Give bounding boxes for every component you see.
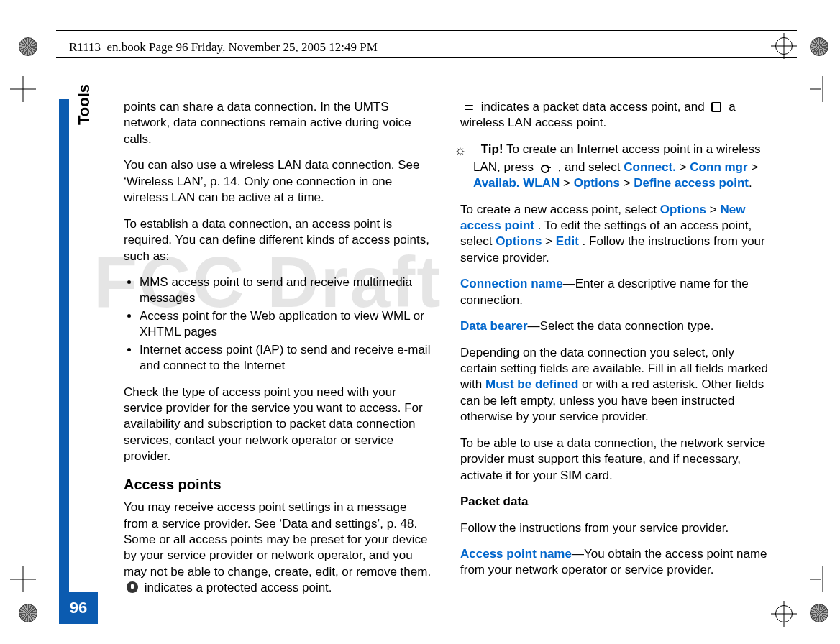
label-must-be-defined: Must be defined [485,377,578,391]
c1-bullet-2: Access point for the Web application to … [140,308,433,341]
c2-p3: Connection name—Enter a descriptive name… [460,276,770,308]
inner-cross-tl [10,76,36,102]
wlan-icon [710,102,723,112]
c1-p5a: You may receive access point settings in… [124,500,431,579]
tip-body-b: , and select [558,160,624,174]
c2-p8: Access point name—You obtain the access … [460,546,770,579]
column-right: indicates a packet data access point, an… [460,99,770,574]
link-define-access-point: Define access point [634,176,749,190]
gt3: > [563,176,574,190]
c1-bullets: MMS access point to send and receive mul… [140,275,433,374]
label-access-point-name: Access point name [460,547,572,561]
link-connect: Connect. [624,160,676,174]
c1-p1: points can share a data connection. In t… [124,99,433,147]
gt4: > [624,176,634,190]
side-blue-strip [59,99,69,624]
c1-p5: You may receive access point settings in… [124,500,433,597]
inner-cross-tr [810,76,836,102]
c1-p2: You can also use a wireless LAN data con… [124,157,433,206]
c1-heading-access-points: Access points [124,475,433,494]
c2-p2a: To create a new access point, select [460,203,660,216]
header-rule-top [56,30,797,31]
c1-p3: To establish a data connection, an acces… [124,216,433,264]
link-conn-mgr: Conn mgr [690,160,747,174]
c2-p1a: indicates a packet data access point, an… [481,100,708,114]
gt2: > [751,160,758,174]
link-availab-wlan: Availab. WLAN [473,176,560,190]
label-connection-name: Connection name [460,277,563,290]
link-options-2: Options [660,203,706,216]
heading-packet-data: Packet data [460,494,770,510]
c2-p2: To create a new access point, select Opt… [460,202,770,267]
gt5: > [710,203,721,216]
corner-disc-tr [810,37,828,56]
c1-bullet-1: MMS access point to send and receive mul… [140,275,433,307]
tip-label: Tip! [481,142,503,156]
c2-p5: Depending on the data connection you sel… [460,345,770,426]
c2-p1: indicates a packet data access point, an… [460,99,770,132]
footer-rule [56,597,797,597]
corner-disc-bl [19,604,37,622]
tip-block: ☼ Tip! To create an Internet access poin… [473,142,770,192]
header-rule-bottom [56,58,797,58]
menu-key-icon [539,162,552,172]
lock-icon [126,582,139,592]
book-header-line: R1113_en.book Page 96 Friday, November 2… [69,40,378,55]
reg-crosshair-tr [771,33,797,59]
link-edit: Edit [556,234,579,248]
packet-data-icon [462,103,475,113]
corner-disc-br [810,604,828,622]
c2-p7: Follow the instructions from your servic… [460,520,770,536]
inner-cross-bl [10,566,36,592]
gt1: > [680,160,690,174]
page-body: Tools 96 points can share a data connect… [79,99,770,574]
c1-bullet-3: Internet access point (IAP) to send and … [140,342,433,374]
c2-p4: Data bearer—Select the data connection t… [460,318,770,334]
reg-crosshair-br [771,601,797,627]
tip-bulb-icon: ☼ [460,142,473,160]
c1-p5b: indicates a protected access point. [145,581,332,594]
c1-p4: Check the type of access point you need … [124,385,433,465]
column-left: points can share a data connection. In t… [124,99,433,574]
corner-disc-tl [19,37,37,56]
page-number: 96 [59,592,98,624]
gt6: > [545,234,556,248]
link-options: Options [574,176,620,190]
c2-p6: To be able to use a data connection, the… [460,436,770,484]
section-label: Tools [75,84,93,125]
link-options-3: Options [496,234,542,248]
inner-cross-br [810,566,836,592]
c2-p4-body: —Select the data connection type. [528,319,714,333]
label-data-bearer: Data bearer [460,319,528,333]
